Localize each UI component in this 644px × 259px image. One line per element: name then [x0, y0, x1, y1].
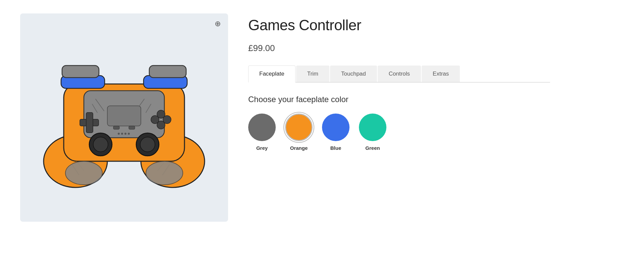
tab-controls[interactable]: Controls	[378, 66, 421, 82]
svg-point-19	[151, 116, 159, 124]
color-label-blue: Blue	[330, 145, 341, 151]
product-title: Games Controller	[248, 17, 550, 34]
faceplate-section: Choose your faceplate color GreyOrangeBl…	[248, 95, 550, 151]
color-option-blue[interactable]: Blue	[322, 114, 350, 151]
svg-point-23	[124, 133, 126, 135]
tab-trim[interactable]: Trim	[296, 66, 329, 82]
color-swatch-grey	[248, 114, 276, 141]
tab-touchpad[interactable]: Touchpad	[330, 66, 377, 82]
svg-point-24	[128, 133, 130, 135]
tab-extras[interactable]: Extras	[422, 66, 460, 82]
color-option-orange[interactable]: Orange	[285, 114, 313, 151]
color-option-green[interactable]: Green	[359, 114, 386, 151]
page-container: ⊕	[0, 0, 644, 259]
svg-point-16	[140, 137, 155, 152]
svg-rect-6	[107, 106, 141, 126]
product-details: Games Controller £99.00 Faceplate Trim T…	[248, 13, 550, 151]
svg-point-31	[65, 161, 102, 185]
zoom-icon[interactable]: ⊕	[215, 19, 221, 28]
svg-rect-12	[86, 113, 93, 133]
svg-point-22	[121, 133, 123, 135]
svg-rect-26	[129, 126, 135, 129]
color-swatch-blue	[322, 114, 350, 141]
color-options: GreyOrangeBlueGreen	[248, 114, 550, 151]
color-section-title: Choose your faceplate color	[248, 95, 550, 104]
tab-faceplate[interactable]: Faceplate	[248, 66, 296, 83]
svg-rect-10	[149, 66, 186, 78]
svg-point-14	[93, 137, 108, 152]
svg-rect-25	[113, 126, 119, 129]
tabs-bar: Faceplate Trim Touchpad Controls Extras	[248, 66, 550, 83]
svg-rect-9	[62, 66, 99, 78]
svg-point-20	[163, 116, 171, 124]
color-swatch-green	[359, 114, 386, 141]
color-label-green: Green	[365, 145, 380, 151]
svg-point-21	[118, 133, 120, 135]
controller-image	[37, 37, 211, 198]
product-price: £99.00	[248, 43, 550, 53]
color-label-orange: Orange	[290, 145, 308, 151]
svg-point-32	[146, 161, 183, 185]
color-label-grey: Grey	[256, 145, 268, 151]
color-swatch-orange	[285, 114, 313, 141]
color-option-grey[interactable]: Grey	[248, 114, 276, 151]
product-image-panel: ⊕	[20, 13, 228, 222]
